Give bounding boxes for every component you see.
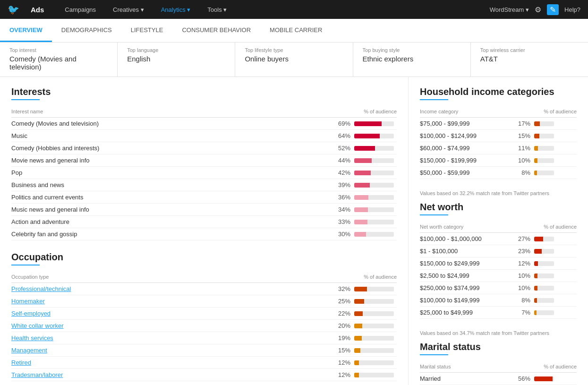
row-pct: 17% [506, 118, 535, 130]
table-row: Retired 12% [11, 357, 397, 369]
table-row: $150,000 - $199,999 10% [420, 154, 577, 167]
edit-icon[interactable]: ✎ [547, 4, 559, 15]
row-pct: 44% [294, 154, 354, 167]
table-row: Married 56% [420, 373, 577, 385]
row-pct: 23% [507, 245, 534, 257]
occupation-col1: Occupation type [11, 272, 272, 283]
row-pct: 52% [294, 142, 354, 154]
card-top-language-value: English [127, 55, 225, 63]
row-pct: 33% [294, 216, 354, 228]
row-name[interactable]: Sales/marketing [11, 381, 272, 385]
row-name[interactable]: Retired [11, 357, 272, 369]
table-row: $150,000 to $249,999 12% [420, 257, 577, 270]
settings-icon[interactable]: ⚙ [535, 5, 541, 14]
occupation-divider [11, 265, 40, 265]
row-name: $250,000 to $374,999 [420, 282, 507, 294]
table-row: $75,000 - $99,999 17% [420, 118, 577, 130]
nav-creatives[interactable]: Creatives ▾ [109, 6, 148, 13]
brand-label: Ads [31, 6, 44, 14]
row-name: $100,000 to $149,999 [420, 294, 507, 307]
tab-overview[interactable]: OVERVIEW [0, 19, 52, 42]
household-income-title: Household income categories [420, 86, 577, 97]
topnav: 🐦 Ads Campaigns Creatives ▾ Analytics ▾ … [0, 0, 588, 19]
interests-col1: Interest name [11, 107, 294, 118]
row-pct: 8% [506, 167, 535, 179]
row-name[interactable]: Professional/technical [11, 283, 272, 295]
row-pct: 12% [272, 357, 354, 369]
row-name: Pop [11, 167, 294, 179]
wordstream-btn[interactable]: WordStream ▾ [490, 6, 529, 13]
row-name[interactable]: Self-employed [11, 308, 272, 320]
row-name[interactable]: Health services [11, 332, 272, 344]
row-pct: 20% [272, 320, 354, 332]
row-pct: 11% [506, 142, 535, 154]
row-pct: 22% [272, 308, 354, 320]
net-worth-divider [420, 214, 448, 215]
row-name: Married [420, 373, 491, 385]
tab-consumer-behavior[interactable]: CONSUMER BEHAVIOR [172, 19, 260, 42]
table-row: Self-employed 22% [11, 308, 397, 320]
row-bar [354, 191, 397, 204]
hi-col1: Income category [420, 107, 506, 118]
nav-tools[interactable]: Tools ▾ [204, 6, 230, 13]
row-name: Music news and general info [11, 204, 294, 216]
row-bar [534, 373, 577, 385]
row-bar [534, 270, 577, 282]
hi-note: Values based on 32.2% match rate from Tw… [420, 190, 577, 196]
card-top-carrier: Top wireless carrier AT&T [471, 43, 588, 77]
card-top-lifestyle: Top lifestyle type Online buyers [235, 43, 353, 77]
row-name[interactable]: Tradesman/laborer [11, 369, 272, 381]
table-row: Music news and general info 34% [11, 204, 397, 216]
row-pct: 42% [294, 167, 354, 179]
row-name: Movie news and general info [11, 154, 294, 167]
row-name: $150,000 - $199,999 [420, 154, 506, 167]
help-link[interactable]: Help? [564, 6, 580, 13]
row-name: Comedy (Movies and television) [11, 118, 294, 130]
row-bar [354, 344, 397, 357]
table-row: $1 - $100,000 23% [420, 245, 577, 257]
tab-lifestyle[interactable]: LIFESTYLE [121, 19, 173, 42]
row-bar [354, 130, 397, 142]
table-row: White collar worker 20% [11, 320, 397, 332]
row-pct: 12% [507, 257, 534, 270]
nav-campaigns[interactable]: Campaigns [61, 6, 100, 13]
interests-divider [11, 99, 40, 100]
tab-mobile-carrier[interactable]: MOBILE CARRIER [260, 19, 332, 42]
nav-analytics[interactable]: Analytics ▾ [157, 6, 195, 13]
row-pct: 64% [294, 130, 354, 142]
row-name: $50,000 - $59,999 [420, 167, 506, 179]
row-bar [354, 295, 397, 308]
card-top-interest: Top interest Comedy (Movies and televisi… [0, 43, 118, 77]
table-row: Homemaker 25% [11, 295, 397, 308]
row-bar [354, 228, 397, 240]
row-name: $60,000 - $74,999 [420, 142, 506, 154]
table-row: Movie news and general info 44% [11, 154, 397, 167]
row-pct: 27% [507, 233, 534, 245]
card-top-carrier-value: AT&T [480, 55, 579, 63]
row-name: Action and adventure [11, 216, 294, 228]
row-pct: 36% [294, 191, 354, 204]
row-name: $2,500 to $24,999 [420, 270, 507, 282]
row-name[interactable]: White collar worker [11, 320, 272, 332]
summary-cards: Top interest Comedy (Movies and televisi… [0, 43, 588, 77]
occupation-title: Occupation [11, 252, 397, 263]
row-pct: 10% [507, 270, 534, 282]
row-bar [354, 204, 397, 216]
row-name: $1 - $100,000 [420, 245, 507, 257]
row-bar [534, 282, 577, 294]
row-pct: 34% [294, 204, 354, 216]
row-bar [354, 308, 397, 320]
table-row: Sales/marketing 12% [11, 381, 397, 385]
nw-col2: % of audience [507, 222, 577, 233]
row-pct: 15% [272, 344, 354, 357]
row-name[interactable]: Homemaker [11, 295, 272, 308]
row-name: $150,000 to $249,999 [420, 257, 507, 270]
table-row: Action and adventure 33% [11, 216, 397, 228]
table-row: Business and news 39% [11, 179, 397, 191]
row-name: Politics and current events [11, 191, 294, 204]
row-pct: 30% [294, 228, 354, 240]
tab-demographics[interactable]: DEMOGRAPHICS [52, 19, 121, 42]
row-name[interactable]: Management [11, 344, 272, 357]
row-pct: 19% [272, 332, 354, 344]
table-row: Comedy (Movies and television) 69% [11, 118, 397, 130]
